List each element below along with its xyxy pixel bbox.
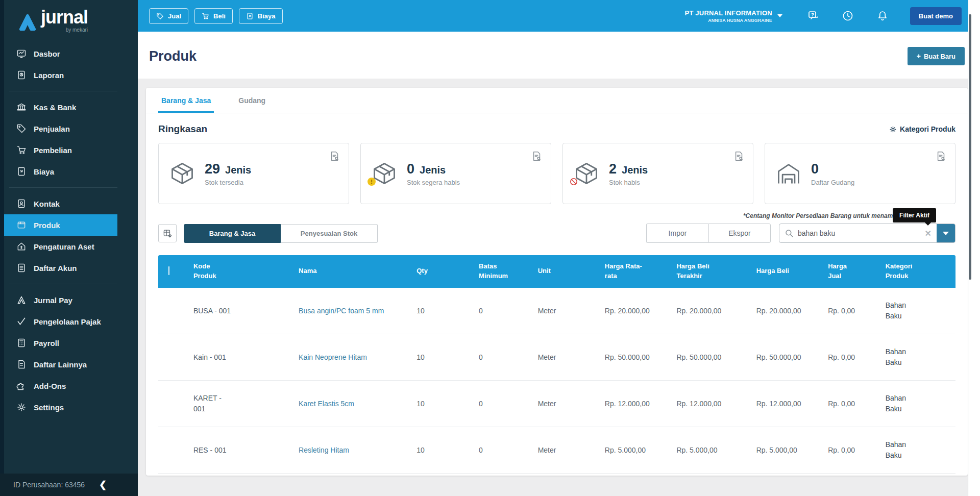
- search-box: ✕: [779, 224, 955, 243]
- search-input[interactable]: [798, 229, 920, 237]
- doc-search-icon[interactable]: [936, 151, 947, 162]
- buat-baru-button[interactable]: +Buat Baru: [908, 47, 965, 65]
- tab-bar: Barang & Jasa Gudang: [146, 88, 968, 113]
- doc-search-icon[interactable]: [733, 151, 745, 162]
- brand-name: jurnal: [41, 7, 88, 28]
- sidebar-item-label: Kontak: [34, 200, 60, 208]
- produk-card: Barang & Jasa Gudang Ringkasan Kategori …: [146, 88, 968, 476]
- main-area: Jual Beli Biaya PT JURNAL INFORMATION AN…: [138, 0, 980, 496]
- sidebar-item-biaya[interactable]: Biaya: [4, 161, 117, 182]
- sidebar-item-daftar-lainnya[interactable]: Daftar Lainnya: [4, 354, 117, 375]
- sidebar-item-pengelolaan-pajak[interactable]: Pengelolaan Pajak: [4, 311, 117, 332]
- note-row: *Centang Monitor Persediaan Barang untuk…: [158, 211, 955, 221]
- tag-icon: [156, 12, 164, 20]
- doc-search-icon[interactable]: [329, 151, 340, 162]
- view-segmented-control: Barang & Jasa Penyesuaian Stok: [184, 224, 378, 243]
- col-nama: Nama: [295, 255, 412, 288]
- table-row[interactable]: Kain - 001 Kain Neoprene Hitam 10 0 Mete…: [158, 334, 955, 380]
- col-batas-minimum: Batas Minimum: [475, 255, 534, 288]
- collapse-sidebar-icon[interactable]: ❮: [99, 479, 107, 490]
- sidebar-item-jurnal-pay[interactable]: Jurnal Pay: [4, 289, 117, 311]
- sidebar-item-kontak[interactable]: Kontak: [4, 193, 117, 214]
- ringkasan-section: Ringkasan Kategori Produk: [146, 113, 968, 474]
- chevron-down-icon[interactable]: [777, 14, 782, 17]
- document-icon: [16, 359, 27, 369]
- sidebar-divider: [9, 284, 117, 284]
- summary-label: Daftar Gudang: [811, 179, 854, 186]
- search-filter-dropdown-button[interactable]: [937, 224, 955, 243]
- dashboard-icon: [16, 48, 27, 59]
- column-settings-button[interactable]: [158, 224, 177, 242]
- sidebar-item-payroll[interactable]: Payroll: [4, 332, 117, 354]
- sidebar-divider: [9, 91, 117, 91]
- content: Barang & Jasa Gudang Ringkasan Kategori …: [138, 79, 980, 496]
- table-row[interactable]: BUSA - 001 Busa angin/PC foam 5 mm 10 0 …: [158, 288, 955, 334]
- sidebar-divider: [9, 187, 117, 188]
- filter-aktif-tooltip: Filter Aktif: [893, 208, 936, 222]
- sidebar-item-add-ons[interactable]: Add-Ons: [4, 375, 117, 396]
- beli-button[interactable]: Beli: [194, 8, 233, 24]
- sidebar-item-label: Dasbor: [34, 49, 60, 58]
- box-empty-icon: [573, 160, 600, 187]
- segment-barang-jasa[interactable]: Barang & Jasa: [184, 224, 281, 243]
- col-harga-beli-terakhir: Harga Beli Terakhir: [672, 255, 752, 288]
- select-all-checkbox[interactable]: [168, 266, 169, 275]
- scrollbar-thumb[interactable]: [969, 14, 971, 280]
- kategori-produk-link[interactable]: Kategori Produk: [889, 125, 955, 133]
- sidebar-item-label: Pembelian: [34, 146, 72, 155]
- clear-search-icon[interactable]: ✕: [925, 229, 932, 238]
- product-link[interactable]: Busa angin/PC foam 5 mm: [299, 306, 384, 314]
- history-clock-icon[interactable]: [842, 10, 854, 22]
- sidebar-item-pengaturan-aset[interactable]: Pengaturan Aset: [4, 236, 117, 257]
- sidebar-item-penjualan[interactable]: Penjualan: [4, 118, 117, 139]
- report-icon: [16, 70, 27, 80]
- sidebar-item-produk[interactable]: Produk: [4, 214, 117, 236]
- summary-value: 0: [811, 161, 819, 177]
- doc-search-icon[interactable]: [531, 151, 543, 162]
- jurnal-logo[interactable]: jurnal by mekari: [4, 0, 138, 38]
- sidebar-item-label: Settings: [34, 403, 64, 412]
- col-harga-rata: Harga Rata-rata: [601, 255, 673, 288]
- product-link[interactable]: Kain Neoprene Hitam: [299, 353, 367, 361]
- box-warning-icon: !: [371, 160, 398, 187]
- sidebar-item-label: Jurnal Pay: [34, 296, 72, 305]
- monitor-persediaan-note: *Centang Monitor Persediaan Barang untuk…: [743, 212, 911, 219]
- sidebar-item-settings[interactable]: Settings: [4, 396, 117, 418]
- scrollbar-track[interactable]: [968, 0, 980, 496]
- sidebar-item-laporan[interactable]: Laporan: [4, 64, 117, 86]
- sidebar-menu: Dasbor Laporan Kas & Bank Penjualan Pemb…: [4, 43, 138, 418]
- sidebar-item-label: Biaya: [34, 167, 54, 176]
- sidebar-item-label: Pengaturan Aset: [34, 242, 94, 251]
- tab-barang-jasa[interactable]: Barang & Jasa: [158, 88, 214, 113]
- biaya-button[interactable]: Biaya: [239, 8, 283, 24]
- sidebar-item-kas-bank[interactable]: Kas & Bank: [4, 96, 117, 118]
- sidebar-item-label: Payroll: [34, 339, 59, 348]
- notifications-bell-icon[interactable]: [876, 10, 889, 22]
- app-window: jurnal by mekari Dasbor Laporan Kas & Ba…: [0, 0, 980, 496]
- table-row[interactable]: RES - 001 Resleting Hitam 10 0 Meter Rp.…: [158, 427, 955, 473]
- tab-gudang[interactable]: Gudang: [235, 88, 268, 113]
- summary-card-stok-tersedia: 29Jenis Stok tersedia: [158, 143, 349, 204]
- sidebar-item-label: Pengelolaan Pajak: [34, 317, 101, 326]
- contact-icon: [16, 199, 27, 209]
- gear-icon: [889, 126, 897, 133]
- buat-demo-button[interactable]: Buat demo: [910, 7, 962, 25]
- sidebar-item-daftar-akun[interactable]: Daftar Akun: [4, 257, 117, 279]
- col-harga-jual: Harga Jual: [824, 255, 881, 288]
- topbar: Jual Beli Biaya PT JURNAL INFORMATION AN…: [138, 0, 980, 32]
- segment-penyesuaian-stok[interactable]: Penyesuaian Stok: [281, 224, 378, 243]
- sidebar-item-label: Produk: [34, 221, 60, 230]
- company-selector[interactable]: PT JURNAL INFORMATION ANNISA HUSNA ANGGR…: [685, 9, 772, 23]
- sidebar-item-pembelian[interactable]: Pembelian: [4, 139, 117, 161]
- help-chat-icon[interactable]: [807, 10, 819, 22]
- jual-button[interactable]: Jual: [149, 8, 188, 24]
- ekspor-button[interactable]: Ekspor: [708, 224, 771, 243]
- product-link[interactable]: Karet Elastis 5cm: [299, 399, 354, 407]
- table-row[interactable]: KARET - 001 Karet Elastis 5cm 10 0 Meter…: [158, 380, 955, 427]
- box-icon: [16, 220, 27, 230]
- product-link[interactable]: Resleting Hitam: [299, 445, 349, 454]
- sidebar-item-dasbor[interactable]: Dasbor: [4, 43, 117, 64]
- page-header: Produk +Buat Baru: [138, 32, 980, 79]
- impor-button[interactable]: Impor: [646, 224, 708, 243]
- col-kategori-produk: Kategori Produk: [881, 255, 955, 288]
